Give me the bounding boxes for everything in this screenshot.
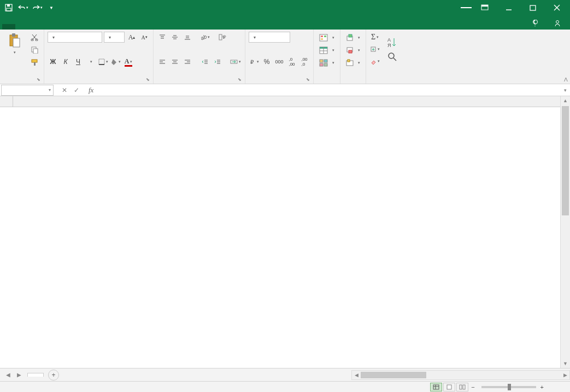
sheet-nav-prev-icon[interactable]: ◀ — [3, 370, 13, 380]
scroll-right-icon[interactable]: ▶ — [561, 372, 569, 378]
scroll-down-icon[interactable]: ▼ — [561, 359, 570, 368]
font-name-combo[interactable]: ▾ — [48, 32, 102, 43]
format-painter-icon[interactable] — [28, 57, 40, 68]
cancel-formula-icon[interactable]: ✕ — [59, 85, 70, 95]
align-left-icon[interactable] — [157, 56, 168, 67]
insert-cells-button[interactable] — [344, 32, 362, 44]
horizontal-scrollbar[interactable]: ◀ ▶ — [351, 370, 570, 380]
shrink-font-icon[interactable]: A▾ — [139, 32, 150, 43]
conditional-format-button[interactable] — [317, 32, 337, 44]
copy-icon[interactable] — [28, 44, 40, 55]
launcher-icon[interactable]: ⬊ — [306, 77, 310, 82]
enter-formula-icon[interactable]: ✓ — [71, 85, 82, 95]
ribbon-options-icon[interactable] — [474, 0, 496, 15]
fx-icon[interactable]: fx — [89, 86, 93, 95]
launcher-icon[interactable]: ⬊ — [37, 77, 40, 82]
sheet-tab[interactable] — [27, 373, 44, 377]
select-all-corner[interactable] — [0, 96, 13, 107]
formula-input[interactable] — [96, 87, 560, 93]
svg-text:ab: ab — [222, 34, 226, 38]
underline-icon[interactable]: Ч — [73, 56, 84, 67]
delete-cells-button[interactable] — [344, 44, 362, 56]
paste-button[interactable]: ▾ — [3, 32, 26, 68]
fill-icon[interactable] — [369, 44, 380, 55]
group-font: ▾ ▾ A▴ A▾ Ж К Ч A ⬊ — [44, 30, 154, 84]
sort-filter-button[interactable]: AЯ — [383, 35, 402, 49]
comma-icon[interactable]: 000 — [274, 56, 285, 67]
merge-icon[interactable] — [230, 56, 242, 67]
undo-icon[interactable]: ▾ — [16, 2, 30, 14]
cells-area[interactable] — [13, 107, 560, 368]
align-center-icon[interactable] — [169, 56, 180, 67]
group-alignment: ab ab ⬊ — [154, 30, 245, 84]
ribbon-tabs — [0, 15, 570, 30]
svg-rect-78 — [447, 385, 451, 389]
format-cells-button[interactable] — [344, 57, 362, 69]
scroll-left-icon[interactable]: ◀ — [352, 372, 361, 378]
collapse-ribbon-icon[interactable]: ᐱ — [564, 77, 568, 83]
group-editing: Σ AЯ — [366, 30, 406, 84]
svg-text:Я: Я — [387, 43, 391, 48]
align-right-icon[interactable] — [182, 56, 193, 67]
vertical-scrollbar[interactable]: ▲ ▼ — [560, 96, 570, 368]
minimize-icon[interactable] — [498, 0, 520, 15]
svg-rect-4 — [481, 5, 488, 7]
zoom-out-icon[interactable]: − — [471, 384, 474, 390]
scroll-thumb[interactable] — [562, 106, 569, 215]
close-icon[interactable] — [546, 0, 568, 15]
scroll-up-icon[interactable]: ▲ — [561, 96, 570, 105]
maximize-icon[interactable] — [522, 0, 544, 15]
italic-icon[interactable]: К — [60, 56, 71, 67]
launcher-icon[interactable]: ⬊ — [238, 77, 242, 82]
qat-customize-icon[interactable]: ▼ — [45, 2, 58, 14]
orientation-icon[interactable]: ab — [199, 32, 210, 43]
bold-icon[interactable]: Ж — [48, 56, 58, 67]
launcher-icon[interactable]: ⬊ — [146, 77, 150, 82]
fill-color-icon[interactable] — [110, 56, 121, 67]
spreadsheet-grid[interactable]: ▲ ▼ — [0, 96, 570, 368]
number-format-combo[interactable]: ▾ — [249, 32, 290, 43]
font-size-combo[interactable]: ▾ — [104, 32, 125, 43]
currency-icon[interactable]: ₽ — [249, 56, 260, 67]
grow-font-icon[interactable]: A▴ — [126, 32, 137, 43]
percent-icon[interactable]: % — [261, 56, 272, 67]
view-pagebreak-icon[interactable] — [456, 383, 468, 391]
cut-icon[interactable] — [28, 32, 40, 43]
group-label-clipboard: ⬊ — [3, 80, 40, 83]
decrease-decimal-icon[interactable]: ,00,0 — [299, 56, 310, 67]
wrap-text-icon[interactable]: ab — [217, 32, 228, 43]
tell-me-button[interactable] — [525, 16, 548, 30]
redo-icon[interactable]: ▾ — [31, 2, 44, 14]
svg-rect-53 — [321, 36, 323, 37]
autosum-icon[interactable]: Σ — [369, 32, 380, 43]
decrease-indent-icon[interactable] — [199, 56, 210, 67]
save-icon[interactable] — [2, 2, 15, 14]
name-box[interactable]: ▾ — [1, 85, 54, 96]
zoom-in-icon[interactable]: + — [540, 384, 544, 390]
column-headers — [13, 96, 560, 107]
find-select-button[interactable] — [383, 50, 402, 63]
align-top-icon[interactable] — [157, 32, 168, 43]
increase-indent-icon[interactable] — [212, 56, 223, 67]
align-bottom-icon[interactable] — [182, 32, 193, 43]
align-middle-icon[interactable] — [169, 32, 180, 43]
tab-file[interactable] — [2, 24, 15, 30]
increase-decimal-icon[interactable]: ,0,00 — [286, 56, 297, 67]
svg-rect-17 — [33, 49, 38, 54]
scroll-thumb[interactable] — [361, 372, 426, 378]
border-icon[interactable] — [98, 56, 109, 67]
svg-text:A: A — [387, 37, 391, 43]
format-table-button[interactable] — [317, 44, 337, 56]
signin-button[interactable] — [461, 7, 472, 8]
sheet-nav-next-icon[interactable]: ▶ — [14, 370, 24, 380]
underline-dropdown[interactable] — [85, 56, 96, 67]
clear-icon[interactable] — [369, 56, 380, 67]
font-color-icon[interactable]: A — [123, 56, 134, 67]
view-layout-icon[interactable] — [443, 383, 455, 391]
view-normal-icon[interactable] — [430, 383, 442, 391]
expand-formula-bar-icon[interactable]: ▾ — [560, 87, 570, 93]
zoom-slider[interactable] — [481, 386, 536, 388]
add-sheet-icon[interactable]: + — [48, 370, 59, 381]
share-button[interactable] — [548, 16, 570, 30]
cell-styles-button[interactable] — [317, 57, 337, 69]
